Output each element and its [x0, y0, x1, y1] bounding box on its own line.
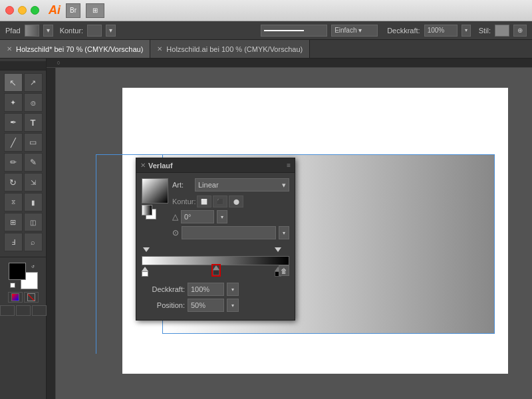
ruler-top: 0: [47, 59, 532, 68]
kontur-label: Kontur:: [60, 27, 83, 35]
mesh-tool[interactable]: ⊞: [4, 213, 23, 231]
type-dropdown-arrow: ▾: [282, 181, 286, 190]
line-tool[interactable]: ╱: [4, 133, 23, 152]
stroke-dropdown[interactable]: Einfach ▾: [331, 25, 378, 37]
angle-field[interactable]: 0°: [181, 210, 214, 223]
aspect-dropdown[interactable]: ▾: [279, 226, 289, 239]
canvas-content: ✕ Verlauf ≡: [56, 68, 532, 399]
kontur-row: Kontur: ⬜ ⬛ ⬤: [172, 196, 289, 207]
aspect-field[interactable]: [182, 226, 276, 239]
panel-header[interactable]: ✕ Verlauf ≡: [136, 158, 295, 173]
style-label: Stil:: [479, 27, 491, 35]
rectangle-tool[interactable]: ▭: [24, 133, 43, 152]
type-row: Art: Linear ▾: [172, 178, 289, 192]
gradient-panel: ✕ Verlauf ≡: [136, 158, 295, 321]
aspect-row: ⊙ ▾: [172, 226, 289, 239]
graph-tool[interactable]: ▮: [24, 193, 43, 211]
color-mode-buttons: [8, 292, 39, 303]
globe-button[interactable]: ⊕: [513, 25, 527, 37]
eyedropper-tool[interactable]: Ⅎ: [4, 233, 23, 251]
color-swatches: ↺: [9, 263, 38, 289]
ruler-top-ticks: 0: [56, 61, 532, 66]
aspect-icon: ⊙: [172, 228, 179, 237]
close-button[interactable]: [5, 6, 14, 15]
panel-body: Art: Linear ▾ Kontur: ⬜ ⬛: [136, 173, 295, 320]
type-dropdown[interactable]: Linear ▾: [195, 178, 289, 192]
position-field[interactable]: 50%: [188, 299, 224, 312]
gradient-bar[interactable]: [142, 256, 289, 265]
opacity-stop-right[interactable]: [275, 247, 281, 252]
none-color-btn[interactable]: [24, 292, 39, 303]
tool-grid: ↖ ↗ ✦ ⌾ ✒ T ╱ ▭ ✏ ✎ ↻ ⇲ ⧖ ▮ ⊞ ◫ Ⅎ ⌕: [1, 70, 45, 254]
fullscreen-btn[interactable]: [16, 305, 31, 316]
document-icon: Br: [66, 3, 80, 18]
position-row: Position: 50% ▾: [142, 299, 289, 312]
direct-selection-tool[interactable]: ↗: [24, 73, 43, 92]
pencil-tool[interactable]: ✎: [24, 153, 43, 172]
type-label: Art:: [172, 181, 192, 189]
text-tool[interactable]: T: [24, 113, 43, 132]
fill-swatch[interactable]: [25, 25, 39, 37]
minimize-button[interactable]: [18, 6, 27, 15]
delete-stop-button[interactable]: 🗑: [279, 265, 289, 276]
default-colors-icon[interactable]: ↺: [31, 264, 37, 269]
pen-tool[interactable]: ✒: [4, 113, 23, 132]
selection-tool[interactable]: ↖: [4, 73, 23, 92]
kontur-label: Kontur:: [172, 198, 196, 205]
deckkraft-dropdown[interactable]: ▾: [227, 283, 239, 296]
fill-dropdown[interactable]: ▾: [43, 25, 53, 37]
selection-line-top: [96, 154, 428, 155]
opacity-stop-left[interactable]: [143, 247, 150, 252]
angle-icon: △: [172, 212, 178, 221]
tab-2[interactable]: ✕ Holzschild.ai bei 100 % (CMYK/Vorschau…: [150, 40, 310, 58]
lasso-tool[interactable]: ⌾: [24, 93, 43, 112]
tab-bar: ✕ Holzschild* bei 70 % (CMYK/Vorschau) ✕…: [0, 40, 532, 59]
position-dropdown[interactable]: ▾: [227, 299, 239, 312]
fill-color-swatch[interactable]: [9, 263, 26, 280]
toolbar: ↖ ↗ ✦ ⌾ ✒ T ╱ ▭ ✏ ✎ ↻ ⇲ ⧖ ▮ ⊞ ◫ Ⅎ ⌕: [0, 59, 47, 399]
tab-1[interactable]: ✕ Holzschild* bei 70 % (CMYK/Vorschau): [0, 40, 150, 58]
fill-indicator[interactable]: [142, 205, 152, 215]
magic-wand-tool[interactable]: ✦: [4, 93, 23, 112]
stroke-dropdown-arrow: ▾: [358, 27, 362, 34]
ruler-left: [47, 68, 56, 399]
scale-tool[interactable]: ⇲: [24, 173, 43, 192]
position-label: Position:: [142, 301, 185, 309]
opacity-dropdown[interactable]: ▾: [462, 25, 471, 37]
color-stop-left[interactable]: [142, 267, 148, 277]
zoom-tool[interactable]: ⌕: [24, 233, 43, 251]
paintbrush-tool[interactable]: ✏: [4, 153, 23, 172]
path-label: Pfad: [5, 27, 21, 35]
kontur-btn-1[interactable]: ⬜: [197, 196, 211, 207]
kontur-btn-3[interactable]: ⬤: [229, 196, 243, 207]
blend-tool[interactable]: ⧖: [4, 193, 23, 211]
title-bar: Ai Br ⊞: [0, 0, 532, 21]
maximize-button[interactable]: [31, 6, 39, 15]
stroke-line-selector[interactable]: [261, 25, 327, 37]
color-stop-middle-selected[interactable]: [213, 265, 219, 275]
opacity-field[interactable]: 100%: [424, 25, 458, 37]
kontur-swatch[interactable]: [87, 25, 102, 37]
style-swatch[interactable]: [495, 25, 509, 37]
kontur-btn-2[interactable]: ⬛: [213, 196, 227, 207]
kontur-dropdown[interactable]: ▾: [106, 25, 116, 37]
app-logo: Ai: [49, 3, 61, 17]
normal-view-btn[interactable]: [0, 305, 15, 316]
presentation-btn[interactable]: [32, 305, 47, 316]
gradient-slider-area: 🗑: [142, 247, 289, 279]
panel-menu-icon[interactable]: ≡: [287, 162, 291, 169]
toolbar-ruler: [0, 61, 46, 70]
rotate-tool[interactable]: ↻: [4, 173, 23, 192]
panel-title: Verlauf: [148, 162, 284, 170]
gradient-tool[interactable]: ◫: [24, 213, 43, 231]
tab-1-close[interactable]: ✕: [7, 45, 12, 53]
color-mode-btn[interactable]: [8, 292, 23, 303]
angle-dropdown[interactable]: ▾: [217, 210, 227, 223]
swap-colors-icon[interactable]: [10, 283, 15, 288]
options-bar: Pfad ▾ Kontur: ▾ Einfach ▾ Deckkraft: 10…: [0, 21, 532, 40]
stroke-type-value: Einfach: [334, 27, 356, 34]
gradient-swatch-main[interactable]: [142, 178, 168, 203]
panel-close-icon[interactable]: ✕: [140, 162, 146, 169]
tab-2-close[interactable]: ✕: [157, 45, 162, 53]
deckkraft-field[interactable]: 100%: [188, 283, 224, 296]
